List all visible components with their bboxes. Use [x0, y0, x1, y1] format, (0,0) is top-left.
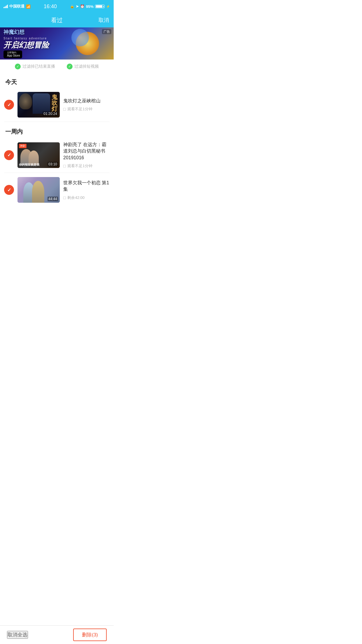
video-info-3: 世界欠我一个初恋 第1集 □ 剩余42:00: [63, 180, 110, 200]
video-watch-time-1: 观看不足1分钟: [67, 106, 92, 112]
video-meta-2: □ 观看不足1分钟: [63, 163, 110, 169]
nav-title: 看过: [51, 16, 63, 24]
status-bar: 中国联通 📶 16:40 🔒 ➤ ⏰ 95% ⚡: [0, 0, 114, 13]
filter-check-2: ✓: [67, 64, 73, 69]
thumbnail-2: 你的报应就是我 神剧 03:10: [17, 142, 60, 168]
carrier-name: 中国联通: [9, 4, 24, 9]
filter-ended-live[interactable]: ✓ 过滤掉已结束直播: [15, 64, 55, 69]
duration-3: 44:44: [48, 197, 58, 201]
battery-icon: [95, 5, 105, 8]
cancel-all-button[interactable]: 取消全选: [7, 631, 28, 639]
ad-tagline: Start fantasy adventure: [3, 37, 49, 40]
status-left: 中国联通 📶: [3, 4, 31, 9]
battery-percent: 95%: [86, 4, 94, 9]
ad-appstore-button[interactable]: 立即预约 App Store: [3, 50, 22, 59]
ad-banner[interactable]: 广告 神魔幻想 Start fantasy adventure 开启幻想冒险 立…: [0, 27, 114, 60]
duration-1: 01:20:24: [43, 111, 58, 116]
location-icon: ➤: [76, 4, 79, 8]
video-title-2: 神剧亮了 在远方：霸道刘总与白切黑秘书 20191016: [63, 141, 110, 161]
status-right: 🔒 ➤ ⏰ 95% ⚡: [70, 4, 110, 9]
ad-character-area: [61, 27, 114, 60]
ad-main-text: 开启幻想冒险: [3, 41, 49, 49]
ad-character: [68, 29, 106, 58]
checkbox-2[interactable]: ✓: [4, 150, 14, 160]
device-icon-3: □: [63, 195, 66, 200]
checkbox-3[interactable]: ✓: [4, 185, 14, 195]
video-title-1: 鬼吹灯之巫峡棺山: [63, 98, 110, 104]
video-item-2: ✓ 你的报应就是我 神剧 03:10 神剧亮了 在远方：霸道刘总与白切黑秘书 2…: [0, 139, 114, 172]
delete-button[interactable]: 删除(3): [73, 629, 107, 641]
section-title-today: 今天: [0, 74, 114, 89]
ad-pretext: 立即预约: [7, 51, 20, 54]
device-icon-2: □: [63, 164, 66, 168]
video-meta-1: □ 观看不足1分钟: [63, 106, 110, 112]
ad-appstore-label: App Store: [7, 54, 20, 57]
video-info-2: 神剧亮了 在远方：霸道刘总与白切黑秘书 20191016 □ 观看不足1分钟: [63, 141, 110, 169]
filter-check-1: ✓: [15, 64, 21, 69]
thumbnail-1: 鬼吹灯 01:20:24: [17, 92, 60, 118]
duration-2: 03:10: [48, 162, 58, 167]
section-title-week: 一周内: [0, 123, 114, 139]
video-watch-time-2: 观看不足1分钟: [67, 163, 92, 169]
video-info-1: 鬼吹灯之巫峡棺山 □ 观看不足1分钟: [63, 98, 110, 112]
device-icon-1: □: [63, 107, 66, 111]
thumb-tag-2: 神剧: [19, 144, 27, 148]
filter-row: ✓ 过滤掉已结束直播 ✓ 过滤掉短视频: [0, 60, 114, 74]
video-title-3: 世界欠我一个初恋 第1集: [63, 180, 110, 193]
filter-short-video-label: 过滤掉短视频: [74, 64, 99, 69]
checkbox-1[interactable]: ✓: [4, 100, 14, 110]
thumbnail-3: 44:44: [17, 177, 60, 203]
video-item-3: ✓ 44:44 世界欠我一个初恋 第1集 □ 剩余42:00: [0, 174, 114, 206]
wifi-icon: 📶: [26, 4, 31, 9]
status-time: 16:40: [44, 4, 57, 10]
video-item-1: ✓ 鬼吹灯 01:20:24 鬼吹灯之巫峡棺山 □ 观看不足1分钟: [0, 89, 114, 120]
bottom-bar: 取消全选 删除(3): [0, 625, 114, 644]
signal-icon: [3, 5, 8, 8]
charging-icon: ⚡: [106, 5, 110, 8]
divider-2: [4, 173, 110, 173]
nav-bar: 看过 取消: [0, 13, 114, 27]
filter-ended-live-label: 过滤掉已结束直播: [22, 64, 55, 69]
alarm-icon: ⏰: [80, 4, 85, 8]
filter-short-video[interactable]: ✓ 过滤掉短视频: [67, 64, 99, 69]
ad-content-left: 神魔幻想 Start fantasy adventure 开启幻想冒险 立即预约…: [0, 27, 52, 60]
video-remaining-3: 剩余42:00: [67, 195, 85, 200]
lock-icon: 🔒: [70, 4, 74, 8]
video-meta-3: □ 剩余42:00: [63, 195, 110, 200]
divider-1: [4, 122, 110, 122]
ad-brand-name: 神魔幻想: [3, 29, 24, 36]
nav-cancel-button[interactable]: 取消: [99, 17, 109, 24]
